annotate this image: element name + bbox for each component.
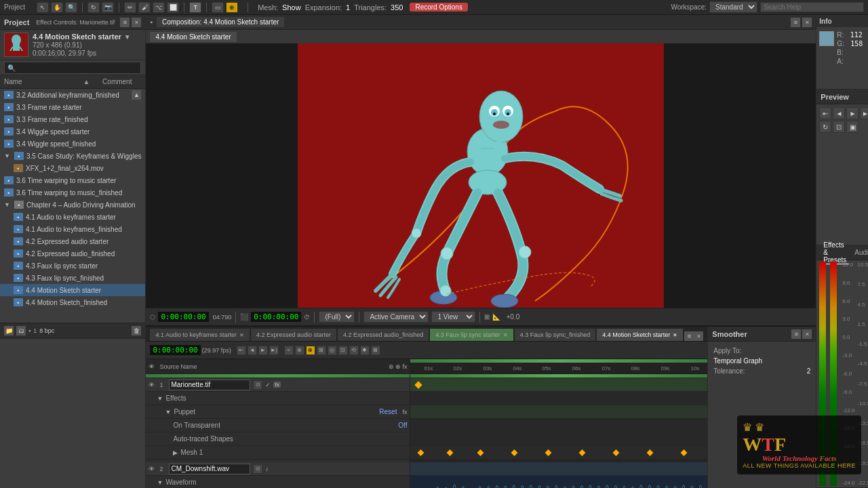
panel-menu-btn[interactable]: ≡: [120, 18, 130, 27]
preview-ram[interactable]: ⊡: [833, 121, 845, 133]
preview-prev-frame[interactable]: ◄: [833, 107, 845, 119]
tl-mode-7[interactable]: ✱: [360, 346, 370, 355]
list-item[interactable]: ▪ 3.6 Time warping to music starter: [0, 174, 145, 186]
tl-tab-5[interactable]: 4.3 Faux lip sync_finished: [515, 329, 596, 341]
tl-close-btn[interactable]: ×: [694, 331, 703, 341]
layer-1-fx[interactable]: ✓: [265, 382, 271, 388]
project-menu[interactable]: Project: [4, 3, 25, 11]
list-item[interactable]: ▪ 3.6 Time warping to music_finished: [0, 186, 145, 199]
layer-2-name-input[interactable]: [169, 464, 250, 474]
tl-play-btn[interactable]: ►: [258, 346, 268, 355]
tl-tab-2[interactable]: 4.2 Expressed audio starter: [251, 329, 336, 341]
tl-effects-row[interactable]: ▼ Effects: [146, 392, 410, 405]
tl-layer-1[interactable]: 👁 1 ⊙ ✓ fx: [146, 378, 410, 392]
list-item[interactable]: ▪ 4.1 Audio to keyframes starter: [0, 211, 145, 223]
show-btn[interactable]: Show: [282, 3, 301, 12]
mesh1-expand[interactable]: ▶: [173, 449, 178, 456]
time-controls[interactable]: ⏱: [304, 314, 310, 321]
cam-tool[interactable]: 📷: [102, 2, 114, 13]
project-search-input[interactable]: [4, 62, 141, 74]
audio-tab[interactable]: Audio: [852, 249, 868, 256]
list-item[interactable]: ▪ 3.3 Frame rate_finished: [0, 113, 145, 125]
tl-tab-close[interactable]: ✕: [239, 332, 244, 338]
trash-btn[interactable]: 🗑: [132, 326, 141, 336]
new-comp-btn[interactable]: 📁: [4, 326, 14, 336]
layer-2-eye[interactable]: 👁: [149, 466, 157, 472]
workspace-dropdown[interactable]: Standard: [709, 1, 757, 13]
view-selector[interactable]: Active Camera: [363, 311, 429, 323]
tl-tab-close-active[interactable]: ✕: [673, 332, 677, 338]
audio-track[interactable]: [410, 462, 707, 476]
tl-mode-2[interactable]: ⊕: [295, 346, 304, 355]
list-item[interactable]: ▪ 4.3 Faux lip sync starter: [0, 260, 145, 272]
tl-mode-3[interactable]: ⊞: [317, 346, 326, 355]
record-options-btn[interactable]: Record Options: [410, 3, 467, 12]
waveform-expand[interactable]: ▼: [157, 479, 163, 486]
effects-expand[interactable]: ▼: [157, 395, 163, 402]
smoother-menu-btn[interactable]: ≡: [791, 329, 801, 339]
tl-mode-1[interactable]: ≈: [284, 346, 294, 355]
tl-menu-btn[interactable]: ≡: [684, 331, 694, 341]
expansion-val[interactable]: 1: [346, 3, 350, 12]
layer-1-eye[interactable]: 👁: [149, 382, 157, 388]
list-item[interactable]: ▪ 3.4 Wiggle speed starter: [0, 125, 145, 138]
comp-panel-tab[interactable]: Composition: 4.4 Motion Sketch starter: [157, 17, 284, 27]
search-help-input[interactable]: [760, 2, 864, 12]
comp-panel-close-btn[interactable]: ×: [802, 18, 812, 27]
expand-arrow[interactable]: ▼: [4, 152, 10, 159]
preview-region[interactable]: ▣: [846, 121, 859, 133]
zoom-tool[interactable]: 🔍: [65, 2, 77, 13]
magnifier-plus[interactable]: +0.0: [506, 313, 519, 321]
puppet-reset-btn[interactable]: Reset: [379, 408, 397, 415]
preview-skip-back[interactable]: ⇤: [819, 107, 831, 119]
preview-play[interactable]: ►: [846, 107, 859, 119]
marionette-track[interactable]: [410, 378, 707, 392]
list-item[interactable]: ▪ 3.2 Additional keyframing_finished ▲: [0, 89, 145, 101]
list-item[interactable]: ▪ 3.4 Wiggle speed_finished: [0, 138, 145, 150]
list-item[interactable]: ▪ 4.3 Faux lip sync_finished: [0, 272, 145, 284]
tl-mesh1-row[interactable]: ▶ Mesh 1: [146, 446, 410, 460]
comp-sub-tab[interactable]: 4.4 Motion Sketch starter: [150, 32, 236, 42]
layer-2-audio[interactable]: ♪: [265, 466, 269, 472]
list-item[interactable]: ▪ XFX_1+2_final_x264.mov: [0, 162, 145, 174]
clone-tool[interactable]: ⌥: [153, 2, 165, 13]
layer-1-name-input[interactable]: [169, 380, 250, 390]
rotate-tool[interactable]: ↻: [87, 2, 100, 13]
tl-mode-4[interactable]: ◎: [328, 346, 337, 355]
mesh1-track[interactable]: [410, 446, 707, 460]
tl-fwd-btn[interactable]: ►|: [269, 346, 279, 355]
preview-loop[interactable]: ↻: [819, 121, 831, 133]
tl-layer-2[interactable]: 👁 2 ⊙ ♪: [146, 462, 410, 476]
tl-on-transparent-row[interactable]: On Transparent Off: [146, 419, 410, 432]
list-item[interactable]: ▪ 4.4 Motion Sketch_finished: [0, 296, 145, 308]
tl-auto-traced-row[interactable]: Auto-traced Shapes: [146, 432, 410, 446]
frame-selector[interactable]: 04:790: [213, 314, 232, 321]
list-item[interactable]: ▪ 4.2 Expressed audio starter: [0, 235, 145, 247]
tl-mode-8[interactable]: ⊠: [371, 346, 380, 355]
ruler-btn[interactable]: 📐: [492, 313, 500, 321]
stop-btn[interactable]: ⬛: [240, 313, 248, 321]
list-item[interactable]: ▪ 4.2 Expressed audio_finished: [0, 247, 145, 260]
expand-arrow2[interactable]: ▼: [4, 201, 10, 208]
tl-puppet-btn[interactable]: ⊕: [306, 346, 315, 355]
brush-tool[interactable]: 🖌: [138, 2, 151, 13]
new-folder-btn[interactable]: 🗂: [16, 326, 26, 336]
comp-name-arrow[interactable]: ▼: [124, 33, 131, 41]
list-item[interactable]: ▪ 3.3 Frame rate starter: [0, 101, 145, 113]
shape-tool[interactable]: ▭: [212, 2, 224, 13]
smoother-close-btn[interactable]: ×: [802, 329, 812, 339]
arrow-tool[interactable]: ↖: [37, 2, 49, 13]
list-item[interactable]: ▪ 4.1 Audio to keyframes_finished: [0, 223, 145, 235]
list-item-selected[interactable]: ▪ 4.4 Motion Sketch starter: [0, 284, 145, 296]
tl-mode-6[interactable]: ⟲: [349, 346, 359, 355]
eraser-tool[interactable]: ⬜: [167, 2, 179, 13]
grid-btn[interactable]: ⊞: [484, 313, 490, 321]
comp-viewport[interactable]: [146, 43, 816, 308]
view-mode-selector[interactable]: 1 View 2 Views: [431, 311, 475, 323]
comp-panel-menu-btn[interactable]: ≡: [791, 18, 800, 27]
pen-tool[interactable]: ✏: [124, 2, 136, 13]
preview-next-frame[interactable]: ►|: [860, 107, 868, 119]
effects-presets-tab[interactable]: Effects & Presets: [821, 241, 849, 264]
puppet-expand[interactable]: ▼: [165, 409, 171, 415]
puppet-track[interactable]: [410, 405, 707, 419]
